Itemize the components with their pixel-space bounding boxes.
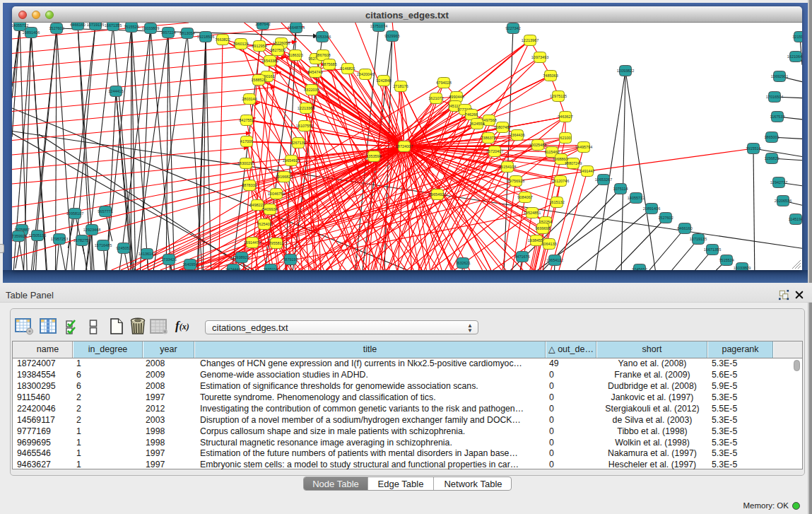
svg-text:1064133: 1064133 [541, 242, 556, 246]
svg-text:7386372: 7386372 [481, 136, 495, 140]
svg-text:13524851: 13524851 [524, 211, 541, 215]
svg-text:9245052: 9245052 [116, 246, 131, 250]
svg-text:13226058: 13226058 [273, 41, 290, 45]
svg-text:1244415: 1244415 [108, 89, 123, 93]
svg-text:7857224: 7857224 [160, 30, 175, 35]
svg-text:10719135: 10719135 [87, 23, 104, 27]
svg-text:14495794: 14495794 [575, 145, 592, 149]
svg-text:16782759: 16782759 [73, 238, 90, 243]
svg-text:20053346: 20053346 [314, 35, 331, 39]
svg-text:6879197: 6879197 [283, 257, 298, 262]
svg-text:8813054: 8813054 [180, 31, 194, 35]
svg-text:20891406: 20891406 [643, 206, 660, 211]
svg-text:1156829: 1156829 [764, 156, 779, 160]
svg-text:9329965: 9329965 [384, 34, 399, 38]
svg-text:10653267: 10653267 [595, 177, 612, 182]
svg-text:2867608: 2867608 [315, 53, 330, 57]
svg-text:6794028: 6794028 [436, 81, 451, 85]
svg-text:2935114: 2935114 [263, 267, 278, 270]
svg-text:12923448: 12923448 [83, 228, 100, 232]
svg-text:2803144: 2803144 [242, 97, 257, 101]
svg-text:3875685: 3875685 [322, 62, 336, 66]
svg-text:16120746: 16120746 [552, 179, 569, 183]
svg-text:1353594: 1353594 [366, 154, 381, 158]
svg-text:12093822: 12093822 [617, 69, 634, 73]
svg-text:16914479: 16914479 [244, 240, 261, 245]
svg-text:15751074: 15751074 [370, 24, 387, 28]
svg-text:8878332: 8878332 [242, 183, 257, 187]
svg-text:3267130: 3267130 [290, 141, 305, 145]
svg-text:12505135: 12505135 [29, 233, 46, 238]
svg-text:7955812: 7955812 [269, 241, 283, 245]
svg-text:746266: 746266 [465, 112, 478, 117]
svg-text:9699695: 9699695 [535, 226, 550, 230]
svg-text:19166825: 19166825 [276, 175, 293, 179]
svg-text:16648784: 16648784 [288, 25, 305, 30]
svg-text:1075114: 1075114 [613, 187, 628, 191]
svg-text:1615132: 1615132 [549, 200, 564, 204]
svg-text:7515524: 7515524 [719, 258, 734, 262]
svg-text:19654915: 19654915 [283, 158, 300, 163]
svg-text:9245652: 9245652 [632, 267, 647, 270]
svg-text:2718176: 2718176 [393, 84, 408, 88]
svg-text:7625402: 7625402 [257, 222, 271, 226]
svg-text:17359924: 17359924 [12, 234, 27, 238]
svg-text:9657771: 9657771 [98, 209, 112, 214]
svg-text:5409934: 5409934 [262, 207, 277, 211]
svg-text:14055712: 14055712 [12, 23, 28, 28]
svg-text:18807249: 18807249 [565, 161, 582, 165]
svg-text:1588520: 1588520 [251, 78, 266, 82]
svg-text:8960124: 8960124 [233, 42, 248, 46]
svg-text:10025488: 10025488 [529, 143, 546, 147]
svg-text:1145194: 1145194 [788, 217, 802, 221]
svg-text:16107552: 16107552 [296, 124, 313, 128]
svg-text:16671355: 16671355 [704, 247, 721, 252]
svg-text:9827500: 9827500 [270, 48, 285, 52]
svg-text:10719135: 10719135 [690, 237, 707, 241]
svg-text:15720407: 15720407 [486, 149, 503, 153]
svg-text:1167533: 1167533 [770, 115, 784, 119]
svg-text:8186323: 8186323 [288, 53, 302, 57]
svg-text:23420046: 23420046 [357, 72, 374, 76]
svg-text:2087642: 2087642 [255, 23, 270, 26]
svg-text:9146821: 9146821 [340, 66, 355, 71]
svg-text:9227342: 9227342 [505, 26, 520, 30]
svg-text:12975115: 12975115 [550, 94, 567, 98]
svg-text:1491447: 1491447 [579, 169, 594, 173]
svg-text:17016504: 17016504 [766, 95, 783, 99]
svg-text:15716485: 15716485 [95, 243, 112, 247]
svg-text:9084067: 9084067 [517, 195, 532, 199]
svg-text:62100: 62100 [560, 136, 570, 140]
svg-text:10958107: 10958107 [66, 211, 83, 216]
svg-text:18724007: 18724007 [396, 144, 413, 148]
svg-text:16154108: 16154108 [499, 165, 516, 169]
svg-text:16033809: 16033809 [142, 26, 159, 30]
svg-text:1640954: 1640954 [182, 262, 197, 267]
svg-text:12213369: 12213369 [298, 106, 314, 110]
svg-text:15692901: 15692901 [771, 74, 788, 78]
svg-text:417006: 417006 [240, 139, 253, 144]
svg-text:3915514: 3915514 [746, 146, 760, 151]
svg-text:6466160: 6466160 [70, 23, 85, 27]
svg-text:3215958: 3215958 [792, 35, 802, 39]
svg-text:16033809: 16033809 [734, 266, 751, 270]
svg-text:19654923: 19654923 [429, 192, 446, 197]
svg-text:3624554: 3624554 [469, 122, 484, 126]
svg-text:5938923: 5938923 [234, 255, 249, 259]
svg-text:2364436: 2364436 [510, 133, 524, 137]
svg-text:19218506: 19218506 [197, 35, 214, 39]
svg-text:10973493: 10973493 [531, 55, 548, 59]
svg-text:12942737: 12942737 [770, 180, 787, 185]
svg-text:7632621: 7632621 [455, 261, 470, 265]
svg-text:1621072: 1621072 [428, 96, 443, 100]
svg-text:16671355: 16671355 [105, 23, 122, 28]
svg-text:14055712: 14055712 [628, 196, 645, 200]
svg-text:9463627: 9463627 [558, 115, 572, 119]
svg-text:16210643: 16210643 [787, 54, 802, 59]
svg-text:10807487: 10807487 [494, 125, 511, 129]
svg-text:8322037: 8322037 [304, 88, 319, 92]
svg-text:20206536: 20206536 [775, 199, 792, 203]
svg-text:18300295: 18300295 [237, 161, 254, 165]
svg-text:20891406: 20891406 [23, 30, 40, 35]
svg-text:9115460: 9115460 [544, 150, 559, 154]
